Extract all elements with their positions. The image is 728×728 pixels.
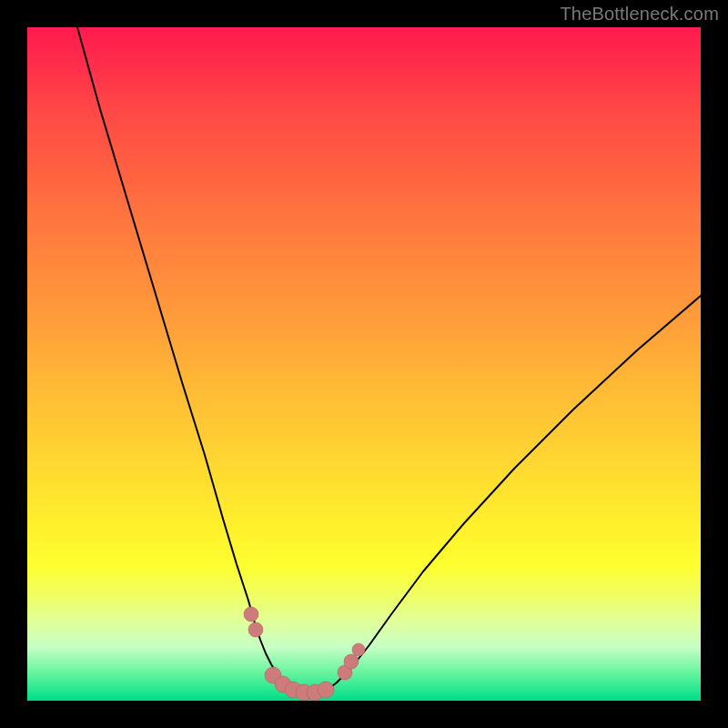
chart-svg — [27, 27, 701, 701]
plot-area — [27, 27, 701, 701]
curve-left-curve — [77, 27, 291, 689]
data-marker — [244, 607, 258, 622]
data-marker — [318, 682, 334, 698]
watermark-text: TheBottleneck.com — [560, 4, 719, 25]
data-marker — [352, 643, 365, 656]
data-marker — [344, 654, 359, 669]
chart-frame: TheBottleneck.com — [0, 0, 728, 728]
curve-right-curve — [328, 296, 701, 690]
curve-group — [77, 27, 701, 693]
marker-group — [244, 607, 365, 701]
data-marker — [248, 622, 263, 637]
